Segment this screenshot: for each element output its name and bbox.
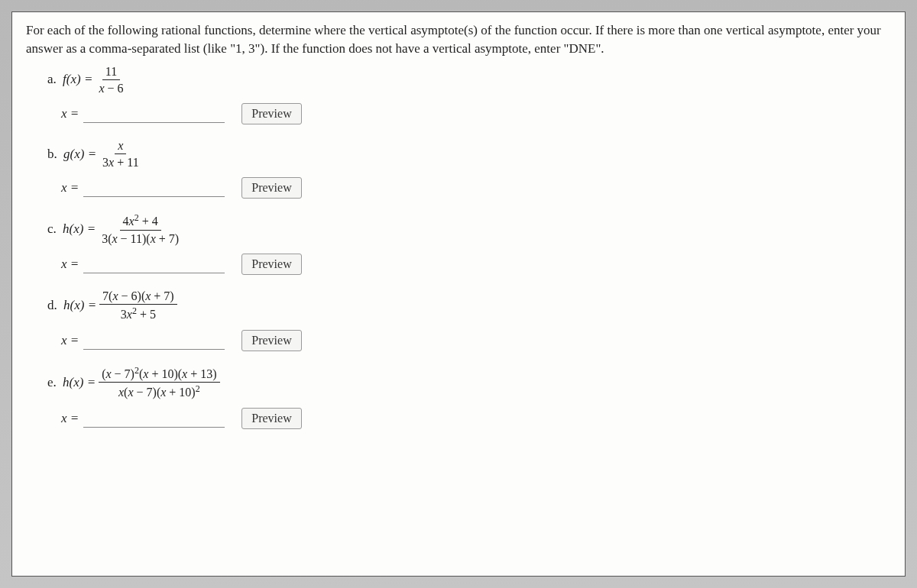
x-equals-label: x =	[61, 333, 79, 348]
part-c-answer-row: x = Preview	[61, 254, 891, 275]
part-b: b. g(x) = x 3x + 11	[47, 138, 891, 170]
part-e-answer-row: x = Preview	[61, 408, 891, 429]
part-e-equation: h(x) = (x − 7)2(x + 10)(x + 13) x(x − 7)…	[63, 365, 223, 400]
part-b-input[interactable]	[83, 179, 225, 197]
part-e: e. h(x) = (x − 7)2(x + 10)(x + 13) x(x −…	[47, 365, 891, 400]
x-equals-label: x =	[61, 106, 79, 121]
part-c-preview-button[interactable]: Preview	[241, 254, 301, 275]
part-b-label: b.	[47, 147, 57, 162]
part-a-input[interactable]	[83, 105, 225, 123]
part-a-preview-button[interactable]: Preview	[241, 103, 301, 124]
part-d: d. h(x) = 7(x − 6)(x + 7) 3x2 + 5	[47, 289, 891, 322]
part-d-input[interactable]	[83, 331, 225, 350]
part-a-label: a.	[47, 72, 57, 87]
part-c-input[interactable]	[83, 255, 225, 273]
part-c: c. h(x) = 4x2 + 4 3(x − 11)(x + 7)	[47, 212, 891, 246]
part-e-preview-button[interactable]: Preview	[241, 408, 301, 429]
x-equals-label: x =	[61, 411, 79, 426]
part-a-answer-row: x = Preview	[61, 103, 891, 124]
part-b-preview-button[interactable]: Preview	[241, 177, 301, 199]
part-a-equation: f(x) = 11 x − 6	[63, 64, 129, 95]
part-d-label: d.	[47, 298, 57, 313]
part-c-label: c.	[47, 221, 57, 237]
part-a: a. f(x) = 11 x − 6	[47, 64, 891, 95]
part-b-answer-row: x = Preview	[61, 177, 891, 199]
x-equals-label: x =	[61, 257, 79, 272]
part-d-equation: h(x) = 7(x − 6)(x + 7) 3x2 + 5	[63, 289, 180, 322]
question-panel: For each of the following rational funct…	[11, 11, 906, 577]
part-d-answer-row: x = Preview	[61, 330, 891, 351]
part-d-preview-button[interactable]: Preview	[241, 330, 301, 351]
instructions-text: For each of the following rational funct…	[26, 21, 891, 58]
part-e-input[interactable]	[83, 409, 225, 428]
part-e-label: e.	[47, 375, 57, 390]
part-b-equation: g(x) = x 3x + 11	[63, 138, 145, 170]
part-c-equation: h(x) = 4x2 + 4 3(x − 11)(x + 7)	[63, 212, 185, 246]
x-equals-label: x =	[61, 180, 79, 195]
